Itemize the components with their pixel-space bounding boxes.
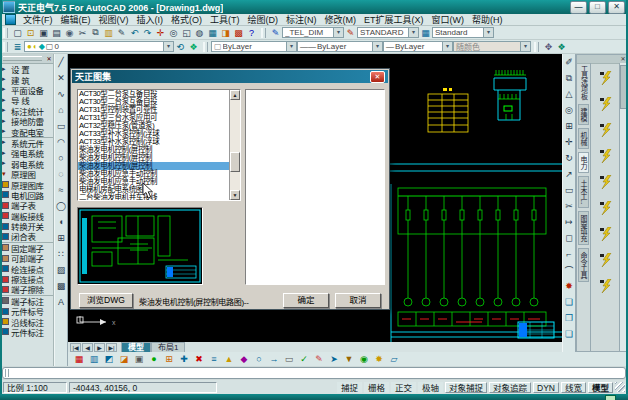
save-icon[interactable]: ▣ bbox=[37, 27, 50, 39]
table-style-select[interactable]: Standard▾ bbox=[432, 27, 494, 38]
print-preview-icon[interactable]: ◉ bbox=[63, 27, 76, 39]
dim-style-icon[interactable]: ✎ bbox=[344, 27, 357, 39]
print-icon[interactable]: ▤ bbox=[50, 27, 63, 39]
new-file-icon[interactable]: ▢ bbox=[11, 27, 24, 39]
erase-icon[interactable]: ✐ bbox=[563, 54, 576, 70]
redo-icon[interactable]: ↷ bbox=[141, 27, 154, 39]
layer-select[interactable]: ●◐◆▢ 0 ▾ bbox=[24, 41, 174, 52]
mirror-icon[interactable]: △ bbox=[563, 86, 576, 102]
menu-item[interactable]: 视图(V) bbox=[95, 13, 133, 26]
tz-down-icon[interactable]: ▼ bbox=[342, 353, 356, 365]
arc-icon[interactable]: ◠ bbox=[55, 134, 68, 150]
help-icon[interactable]: ? bbox=[245, 27, 258, 39]
undo-icon[interactable]: ↶ bbox=[128, 27, 141, 39]
screen-menu-item[interactable]: 原理图 bbox=[0, 169, 53, 179]
hatch-icon[interactable]: ▨ bbox=[55, 262, 68, 278]
screen-menu-item[interactable]: 元件标号 bbox=[0, 306, 53, 316]
stretch-icon[interactable]: ▭ bbox=[563, 182, 576, 198]
text-icon[interactable]: A bbox=[55, 294, 68, 310]
tz-layer-icon[interactable]: ◩ bbox=[102, 353, 116, 365]
screen-menu-item[interactable]: 强电系统 bbox=[0, 148, 53, 158]
screen-menu-item[interactable]: 平面设备 bbox=[0, 85, 53, 95]
screen-menu-item[interactable]: 沿线标注 bbox=[0, 316, 53, 326]
screen-menu-item[interactable]: 设 置 bbox=[0, 64, 53, 74]
screen-menu-item[interactable]: 建 筑 bbox=[0, 74, 53, 84]
screen-menu-item[interactable]: 端子擦除 bbox=[0, 284, 53, 294]
palette-tab[interactable]: 命令工具 bbox=[578, 248, 589, 282]
screen-menu-item[interactable]: 端板接线 bbox=[0, 210, 53, 220]
extend-icon[interactable]: ↦ bbox=[563, 214, 576, 230]
dialog-close-icon[interactable]: ✕ bbox=[370, 71, 385, 83]
scroll-down-icon[interactable]: ▼ bbox=[230, 190, 240, 200]
toolbar-grip[interactable] bbox=[534, 42, 539, 52]
screen-menu-grip[interactable] bbox=[3, 56, 42, 61]
ellipse-arc-icon[interactable]: ◖ bbox=[55, 214, 68, 230]
zoom-previous-icon[interactable]: ◍ bbox=[193, 27, 206, 39]
palette-tab[interactable]: 电力 bbox=[578, 152, 589, 173]
menu-item[interactable]: ET扩展工具(X) bbox=[360, 13, 428, 26]
layer-states-icon[interactable]: ❖ bbox=[187, 41, 200, 53]
palette-tab[interactable]: 机械 bbox=[578, 128, 589, 149]
color-select[interactable]: ▢ByLayer▾ bbox=[211, 41, 297, 52]
offset-icon[interactable]: ◎ bbox=[563, 102, 576, 118]
revcloud-icon[interactable]: ◌ bbox=[55, 166, 68, 182]
menu-item[interactable]: 工具(T) bbox=[206, 13, 244, 26]
screen-menu-item[interactable]: 弱电系统 bbox=[0, 159, 53, 169]
atlas-list-item[interactable]: 二台柴油发电机并车接线 bbox=[78, 194, 240, 201]
rectangle-icon[interactable]: ▭ bbox=[55, 118, 68, 134]
tz-wire-icon[interactable]: ✖ bbox=[192, 353, 206, 365]
construction-line-icon[interactable]: ✕ bbox=[55, 70, 68, 86]
tz-pan-icon[interactable]: ▱ bbox=[387, 353, 401, 365]
tz-align-icon[interactable]: ≡ bbox=[207, 353, 221, 365]
scroll-up-icon[interactable]: ▲ bbox=[230, 90, 240, 100]
screen-menu-item[interactable]: 闭合表 bbox=[0, 231, 53, 241]
layer-manager-icon[interactable]: ≣ bbox=[11, 41, 24, 53]
layout-nav-button[interactable]: |◀ bbox=[70, 343, 81, 352]
screen-menu-item[interactable]: 变配电室 bbox=[0, 126, 53, 136]
ok-button[interactable]: 确定 bbox=[283, 293, 329, 308]
coordinates-display[interactable]: -40443, 40156, 0 bbox=[69, 382, 217, 393]
tz-palette-icon[interactable]: ▦ bbox=[72, 353, 86, 365]
polyline-icon[interactable]: ∿ bbox=[55, 86, 68, 102]
model-space-button[interactable]: 模型 bbox=[588, 382, 613, 393]
scale-icon[interactable]: ↗ bbox=[563, 166, 576, 182]
close-button[interactable]: ✕ bbox=[608, 1, 625, 14]
table-style-icon[interactable]: ▦ bbox=[419, 27, 432, 39]
layer-previous-icon[interactable]: ⟲ bbox=[174, 41, 187, 53]
line-icon[interactable]: ╱ bbox=[55, 54, 68, 70]
tz-grid-icon[interactable]: ⊞ bbox=[162, 353, 176, 365]
tz-box-icon[interactable]: ▭ bbox=[282, 353, 296, 365]
pan-icon[interactable]: ✛ bbox=[154, 27, 167, 39]
move-icon[interactable]: ✛ bbox=[563, 134, 576, 150]
toolbar-grip[interactable] bbox=[261, 28, 266, 38]
screen-menu-item[interactable]: 端子标注 bbox=[0, 295, 53, 306]
electrical-symbol-8[interactable] bbox=[598, 253, 614, 269]
screen-menu-item[interactable]: 可卸端子 bbox=[0, 253, 53, 263]
palette-tab[interactable]: 土木工... bbox=[578, 176, 589, 208]
atlas-listbox[interactable]: ACT30型二台泵互备自投ACT30型二台泵互备自投ACT31型控制装置可靠性A… bbox=[77, 89, 241, 201]
layout-tab[interactable]: 模型 bbox=[121, 342, 151, 352]
cancel-button[interactable]: 取消 bbox=[335, 293, 381, 308]
screen-menu-item[interactable]: 端子表 bbox=[0, 200, 53, 210]
dim-style-select[interactable]: STANDARD▾ bbox=[357, 27, 419, 38]
toolbar-grip[interactable] bbox=[3, 28, 8, 38]
electrical-symbol-2[interactable] bbox=[598, 97, 614, 113]
menu-item[interactable]: 文件(F) bbox=[19, 13, 57, 26]
copy-icon[interactable]: ⧉ bbox=[89, 27, 102, 39]
status-toggle-button[interactable]: 栅格 bbox=[364, 382, 389, 393]
calculator-icon[interactable]: ▩ bbox=[232, 27, 245, 39]
status-toggle-button[interactable]: 对象追踪 bbox=[489, 382, 531, 393]
menu-item[interactable]: 标注(N) bbox=[282, 13, 321, 26]
layout-nav-button[interactable]: ▶ bbox=[94, 343, 105, 352]
layout-nav-button[interactable]: ◀ bbox=[82, 343, 93, 352]
group-icon[interactable]: ❏ bbox=[563, 294, 576, 310]
plot-style-select[interactable]: 随颜色▾ bbox=[453, 41, 531, 52]
status-toggle-button[interactable]: 对象捕捉 bbox=[445, 382, 487, 393]
scrollbar-thumb[interactable] bbox=[230, 152, 240, 172]
ellipse-icon[interactable]: ◯ bbox=[55, 198, 68, 214]
cut-icon[interactable]: ✂ bbox=[76, 27, 89, 39]
tz-pen-icon[interactable]: ✎ bbox=[312, 353, 326, 365]
screen-menu-item[interactable]: 绘连接点 bbox=[0, 263, 53, 273]
insert-block-icon[interactable]: ⊞ bbox=[55, 230, 68, 246]
properties-icon[interactable]: ▦ bbox=[206, 27, 219, 39]
